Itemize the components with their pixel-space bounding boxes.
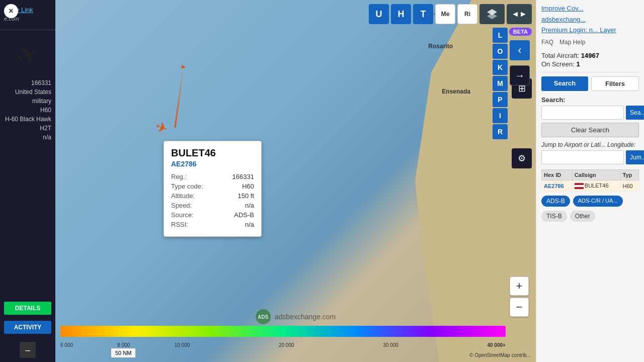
adsb-link[interactable]: adsbexchang...: [541, 15, 639, 24]
tag-adsc[interactable]: ADS-C/R / UA...: [573, 196, 623, 207]
table-row[interactable]: AE2786 BULET46 H60: [542, 180, 639, 192]
popup-rssi-value: n/a: [245, 221, 254, 228]
popup-speed-label: Speed:: [171, 202, 192, 209]
clear-search-button[interactable]: Clear Search: [541, 123, 639, 137]
total-aircraft-stat: Total Aircraft: 14967: [541, 52, 639, 59]
total-aircraft-value: 14967: [581, 52, 599, 59]
popup-callsign: BULET46: [171, 147, 254, 159]
right-links: FAQ Map Help: [541, 39, 639, 46]
sidebar-special: n/a: [0, 133, 55, 142]
bottom-tags: TIS-B Other: [541, 211, 639, 222]
map-area[interactable]: Tiju... Rosarito Ensenada U H T Me Ri ◄►…: [55, 0, 536, 362]
sidebar-transponder: H2T: [0, 124, 55, 133]
tag-adsb[interactable]: ADS-B: [541, 196, 570, 207]
sidebar-country: United States: [0, 87, 55, 97]
sidebar-type-code: H60: [0, 106, 55, 115]
jump-button[interactable]: Jum...: [626, 150, 644, 164]
map-btn-arrows[interactable]: ◄►: [507, 4, 532, 24]
faq-link[interactable]: FAQ: [541, 39, 553, 46]
cell-hex: AE2786: [542, 180, 573, 192]
zoom-out-button[interactable]: −: [510, 298, 529, 317]
map-btn-H[interactable]: H: [391, 4, 411, 24]
search-button[interactable]: Sea...: [626, 106, 644, 120]
popup-rssi-row: RSSI: n/a: [171, 221, 254, 228]
source-tags: ADS-B ADS-C/R / UA...: [541, 196, 639, 207]
popup-hex: AE2786: [171, 160, 254, 168]
details-button[interactable]: DETAILS: [4, 302, 51, 315]
watermark: ADS adsbexchange.com: [256, 309, 336, 324]
jump-row: Jum...: [541, 150, 639, 164]
sidebar-zoom: –: [0, 338, 55, 362]
popup-alt-label: Altitude:: [171, 192, 195, 200]
alpha-O[interactable]: O: [493, 44, 508, 59]
col-type: Typ: [620, 170, 638, 180]
popup-reg-row: Reg.: 166331: [171, 173, 254, 180]
popup-type-label: Type code:: [171, 183, 203, 190]
settings-button[interactable]: ⚙: [512, 148, 532, 168]
cell-type: H60: [620, 180, 638, 192]
tag-other[interactable]: Other: [570, 211, 595, 222]
popup-type-row: Type code: H60: [171, 183, 254, 190]
map-btn-layers[interactable]: [479, 4, 505, 24]
activity-button[interactable]: ACTIVITY: [4, 321, 51, 334]
alpha-M[interactable]: M: [493, 76, 508, 91]
jump-label: Jump to Airport or Lati... Longitude:: [541, 141, 639, 148]
sidebar-category: military: [0, 97, 55, 106]
zoom-in-button[interactable]: +: [510, 277, 529, 296]
popup-reg-value: 166331: [232, 173, 254, 180]
svg-marker-1: [487, 13, 497, 19]
jump-input[interactable]: [541, 150, 624, 164]
popup-speed-value: n/a: [245, 202, 254, 209]
close-button[interactable]: ×: [4, 4, 18, 18]
alpha-R[interactable]: R: [493, 124, 508, 139]
aircraft-silhouette: ✈: [0, 32, 55, 78]
map-help-link[interactable]: Map Help: [559, 39, 585, 46]
cell-callsign: BULET46: [572, 180, 620, 192]
popup-source-row: Source: ADS-B: [171, 211, 254, 219]
us-flag-icon: [575, 183, 584, 189]
alpha-nav: L O K M P I R: [493, 28, 508, 139]
on-screen-value: 1: [576, 60, 580, 68]
search-row: Sea...: [541, 106, 639, 120]
zoom-out-button[interactable]: –: [20, 342, 36, 358]
aircraft-table: Hex ID Callsign Typ AE2786 BULET46 H60: [541, 169, 639, 192]
map-btn-T[interactable]: T: [413, 4, 433, 24]
map-btn-Ri[interactable]: Ri: [457, 4, 477, 24]
popup-reg-label: Reg.:: [171, 173, 187, 180]
col-callsign: Callsign: [572, 170, 620, 180]
tag-tisb[interactable]: TIS-B: [541, 211, 567, 222]
alpha-K[interactable]: K: [493, 60, 508, 75]
alpha-L[interactable]: L: [493, 28, 508, 43]
search-input[interactable]: [541, 106, 624, 120]
popup-source-label: Source:: [171, 211, 194, 219]
map-top-controls: U H T Me Ri ◄►: [369, 4, 532, 24]
premium-login-link[interactable]: Premium Login: n... Layer: [541, 26, 639, 34]
scale-box: 50 NM: [111, 348, 136, 358]
map-btn-Me[interactable]: Me: [435, 4, 455, 24]
login-button[interactable]: →: [510, 65, 530, 85]
alpha-P[interactable]: P: [493, 92, 508, 107]
right-sidebar: Improve Cov... adsbexchang... Premium Lo…: [536, 0, 644, 362]
zoom-float: + −: [510, 277, 529, 317]
improve-coverage-link[interactable]: Improve Cov...: [541, 4, 639, 13]
col-hex-id: Hex ID: [542, 170, 573, 180]
left-sidebar: × Copy Link e.com ✈ 166331 United States…: [0, 0, 55, 362]
alpha-I[interactable]: I: [493, 108, 508, 123]
sidebar-aircraft-name: H-60 Black Hawk: [0, 115, 55, 124]
tab-search[interactable]: Search: [541, 76, 588, 91]
search-label: Search:: [541, 96, 639, 104]
adsb-logo: ADS: [256, 309, 271, 324]
watermark-text: adsbexchange.com: [275, 313, 336, 321]
altitude-bar: [60, 326, 506, 337]
tab-filters[interactable]: Filters: [591, 76, 639, 91]
on-screen-stat: On Screen: 1: [541, 60, 639, 68]
popup-rssi-label: RSSI:: [171, 221, 188, 228]
popup-alt-row: Altitude: 150 ft: [171, 192, 254, 200]
popup-speed-row: Speed: n/a: [171, 202, 254, 209]
altitude-labels: 6 000 8 000 10 000 20 000 30 000 40 000+: [60, 342, 506, 348]
popup-type-value: H60: [242, 183, 254, 190]
back-arrow-button[interactable]: ‹: [510, 40, 530, 60]
map-attribution: © OpenStreetMap contrib...: [469, 352, 531, 358]
popup-alt-value: 150 ft: [237, 192, 254, 200]
map-btn-U[interactable]: U: [369, 4, 389, 24]
